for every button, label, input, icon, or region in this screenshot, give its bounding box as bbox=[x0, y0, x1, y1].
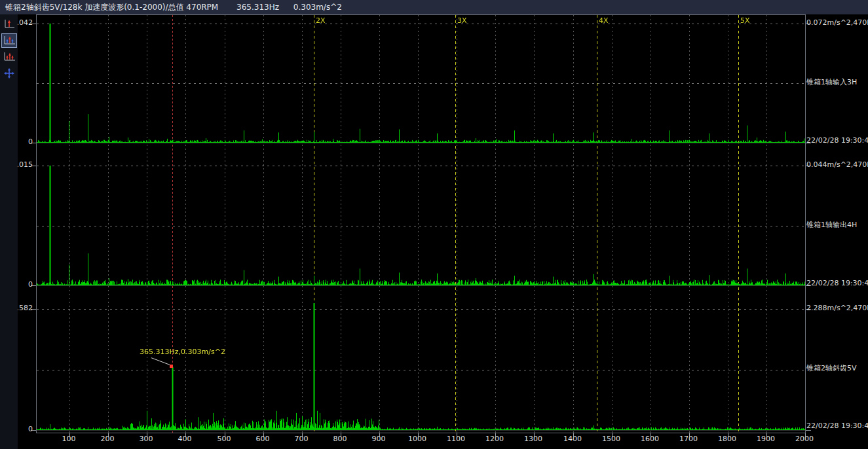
x-tick-label: 1900 bbox=[753, 435, 779, 443]
harmonic-marker-label: 2X bbox=[316, 16, 326, 25]
x-tick-label: 1000 bbox=[404, 435, 430, 443]
sideband-cursor-spectrum-icon[interactable] bbox=[2, 50, 16, 63]
harmonic-marker-label: 4X bbox=[599, 16, 609, 25]
harmonic-marker-label: 3X bbox=[457, 16, 467, 25]
channel-label-1: 锥箱1轴输入3H bbox=[806, 78, 868, 87]
peak-annotation: 365.313Hz,0.303m/s^2 bbox=[140, 348, 225, 356]
x-tick-label: 600 bbox=[250, 435, 276, 443]
pan-move-icon[interactable] bbox=[2, 67, 16, 80]
x-tick-label: 800 bbox=[327, 435, 353, 443]
x-tick-label: 1200 bbox=[481, 435, 508, 443]
y-zero-gridline bbox=[37, 143, 805, 143]
x-tick-label: 1400 bbox=[559, 435, 586, 443]
x-tick-label: 1700 bbox=[675, 435, 702, 443]
channel-label-3: 锥箱2轴斜齿5V bbox=[806, 364, 868, 373]
y-zero-gridline bbox=[37, 430, 805, 431]
spectrum-canvas-2[interactable] bbox=[37, 301, 805, 430]
spectrum-canvas-0[interactable] bbox=[37, 16, 805, 143]
x-tick-label: 1600 bbox=[637, 435, 663, 443]
x-tick-label: 500 bbox=[211, 435, 237, 443]
channel-label-2: 锥箱1轴输出4H bbox=[806, 221, 868, 230]
overall-value-label-1: 0.072m/s^2,470RPM bbox=[806, 18, 868, 27]
x-tick-label: 2000 bbox=[791, 435, 818, 443]
harmonic-cursor-spectrum-icon[interactable] bbox=[2, 34, 16, 47]
plot-area: 2X3X4X5X 0.042 0 0.015 0 0.582 0 0.072m/… bbox=[0, 0, 868, 449]
overall-value-label-2: 0.044m/s^2,470RPM bbox=[806, 160, 868, 170]
x-tick-label: 100 bbox=[56, 435, 82, 443]
x-tick-label: 200 bbox=[94, 435, 121, 443]
timestamp-label-3: 22/02/28 19:30:48 bbox=[806, 422, 868, 431]
timestamp-label-2: 22/02/28 19:30:48 bbox=[806, 279, 868, 288]
chart-frame: 2X3X4X5X bbox=[36, 14, 806, 433]
x-tick-label: 1800 bbox=[714, 435, 740, 443]
x-tick-label: 1300 bbox=[520, 435, 546, 443]
single-cursor-spectrum-icon[interactable] bbox=[2, 18, 16, 31]
cursor-peak-dot bbox=[170, 365, 173, 368]
title-bar: 锥箱2轴斜齿5V/128k 加速度波形(0.1-2000)/总值 470RPM … bbox=[0, 0, 868, 14]
x-tick-label: 700 bbox=[288, 435, 314, 443]
x-tick-label: 1100 bbox=[443, 435, 469, 443]
cursor-amplitude-readout: 0.303m/s^2 bbox=[293, 3, 342, 12]
cursor-frequency-readout: 365.313Hz bbox=[236, 3, 279, 12]
window-title: 锥箱2轴斜齿5V/128k 加速度波形(0.1-2000)/总值 470RPM bbox=[5, 3, 218, 12]
y-zero-gridline bbox=[37, 285, 805, 286]
x-tick-label: 300 bbox=[133, 435, 159, 443]
timestamp-label-1: 22/02/28 19:30:48 bbox=[806, 136, 868, 145]
x-tick-label: 1500 bbox=[598, 435, 624, 443]
toolbar bbox=[0, 14, 18, 449]
x-tick-label: 900 bbox=[366, 435, 392, 443]
harmonic-marker-label: 5X bbox=[740, 16, 750, 25]
x-tick-label: 400 bbox=[172, 435, 198, 443]
overall-value-label-3: 2.288m/s^2,470RPM bbox=[806, 304, 868, 313]
spectrum-canvas-1[interactable] bbox=[37, 158, 805, 285]
